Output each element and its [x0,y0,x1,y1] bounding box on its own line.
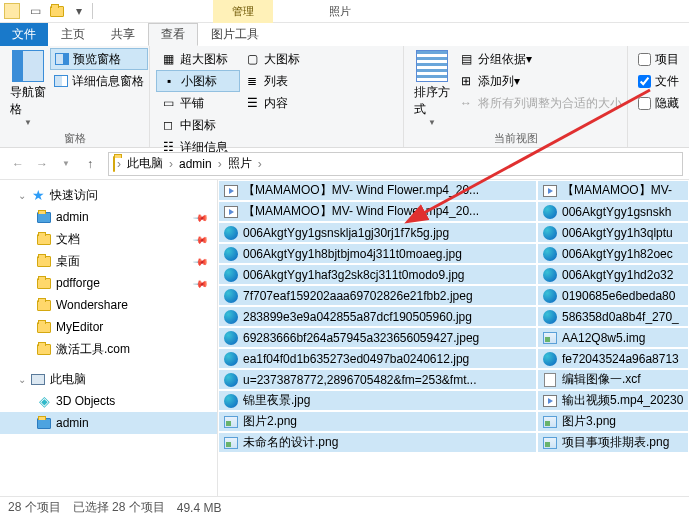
status-item-count: 28 个项目 [8,499,61,516]
file-item[interactable]: 【MAMAMOO】MV- Wind Flower.mp4_20... [218,180,537,201]
layout-tiles[interactable]: ▭平铺 [156,92,240,114]
recent-button[interactable]: ▼ [54,152,78,176]
ribbon-tabs: 文件 主页 共享 查看 图片工具 [0,23,689,46]
crumb-admin[interactable]: admin [175,157,216,171]
file-item[interactable]: 未命名的设计.png [218,432,537,453]
video-icon [542,393,558,409]
layout-list[interactable]: ≣列表 [240,70,320,92]
file-item[interactable]: 【MAMAMOO】MV- Wind Flower.mp4_20... [218,201,537,222]
layout-content[interactable]: ☰内容 [240,92,320,114]
group-by-button[interactable]: ▤分组依据 ▾ [454,48,626,70]
details-pane-button[interactable]: 详细信息窗格 [50,70,148,92]
layout-medium[interactable]: ◻中图标 [156,114,240,136]
tree-quick-access[interactable]: ⌄★快速访问 [0,184,217,206]
preview-pane-button[interactable]: 预览窗格 [50,48,148,70]
tree-wondershare[interactable]: Wondershare [0,294,217,316]
tree-myeditor[interactable]: MyEditor [0,316,217,338]
tree-documents[interactable]: 文档📌 [0,228,217,250]
file-item[interactable]: 锦里夜景.jpg [218,390,537,411]
chevron-right-icon[interactable]: › [256,157,264,171]
file-item[interactable]: fe72043524a96a8713 [537,348,689,369]
extra-large-icon: ▦ [160,51,176,67]
layout-extra-large[interactable]: ▦超大图标 [156,48,240,70]
crumb-photos[interactable]: 照片 [224,155,256,172]
chevron-right-icon[interactable]: › [167,157,175,171]
tab-view[interactable]: 查看 [148,23,198,46]
file-item[interactable]: ea1f04f0d1b635273ed0497ba0240612.jpg [218,348,537,369]
file-item[interactable]: 006AkgtYgy1hd2o32 [537,264,689,285]
pin-icon: 📌 [193,209,209,225]
file-item[interactable]: 编辑图像一.xcf [537,369,689,390]
tree-admin2[interactable]: admin [0,412,217,434]
checkbox-item[interactable]: 项目 [634,48,683,70]
tree-pdfforge[interactable]: pdfforge📌 [0,272,217,294]
fit-col-icon: ↔ [458,95,474,111]
edge-icon [223,246,239,262]
file-item[interactable]: 图片3.png [537,411,689,432]
file-name: 69283666bf264a57945a3236560594​27.jpeg [243,331,479,345]
qat-customize[interactable]: ▾ [68,1,90,21]
back-button[interactable]: ← [6,152,30,176]
file-item[interactable]: 69283666bf264a57945a3236560594​27.jpeg [218,327,537,348]
hidden-checkbox[interactable] [638,97,651,110]
tab-file[interactable]: 文件 [0,23,48,46]
sort-by-button[interactable]: 排序方式 ▼ [410,48,454,131]
file-item[interactable]: 586358d0a8b4f_270_ [537,306,689,327]
file-item[interactable]: 输出视频5.mp4_20230 [537,390,689,411]
file-item[interactable]: 006AkgtYgy1haf3g2sk8cj311t0modo9.jpg [218,264,537,285]
file-item[interactable]: 0190685e6edbeda80 [537,285,689,306]
tab-home[interactable]: 主页 [48,23,98,46]
file-item[interactable]: 7f707eaf159202aaa69702826e21fbb2.jpeg [218,285,537,306]
expand-icon[interactable]: ⌄ [18,374,30,385]
tree-admin[interactable]: admin📌 [0,206,217,228]
file-name: 006AkgtYgy1haf3g2sk8cj311t0modo9.jpg [243,268,465,282]
folder-icon [36,319,52,335]
tree-desktop[interactable]: 桌面📌 [0,250,217,272]
preview-pane-icon [55,53,69,65]
file-item[interactable]: 283899e3e9a042855a87dcf190505960.jpg [218,306,537,327]
up-button[interactable]: ↑ [78,152,102,176]
file-list[interactable]: 【MAMAMOO】MV- Wind Flower.mp4_20...【MAMAM… [218,180,689,496]
tree-this-pc[interactable]: ⌄此电脑 [0,368,217,390]
file-name: 【MAMAMOO】MV- [562,182,672,199]
add-columns-button[interactable]: ⊞添加列 ▾ [454,70,626,92]
file-item[interactable]: 【MAMAMOO】MV- [537,180,689,201]
file-item[interactable]: 项目事项排期表.png [537,432,689,453]
file-name: 006AkgtYgy1gsnskh [562,205,671,219]
file-checkbox[interactable] [638,75,651,88]
chevron-down-icon: ▼ [428,118,436,127]
edge-icon [542,309,558,325]
checkbox-file[interactable]: 文件 [634,70,683,92]
file-item[interactable]: AA12Q8w5.img [537,327,689,348]
forward-button: → [30,152,54,176]
file-item[interactable]: 006AkgtYgy1h8bjtbjmo4j311t0moaeg.jpg [218,243,537,264]
item-checkbox[interactable] [638,53,651,66]
tree-3d-objects[interactable]: ◈3D Objects [0,390,217,412]
context-tab-manage[interactable]: 管理 [213,0,273,23]
file-item[interactable]: 006AkgtYgy1gsnskh [537,201,689,222]
expand-icon[interactable]: ⌄ [18,190,30,201]
folder-icon [36,415,52,431]
file-item[interactable]: 006AkgtYgy1h3qlptu [537,222,689,243]
file-item[interactable]: 图片2.png [218,411,537,432]
nav-pane-button[interactable]: 导航窗格 ▼ [6,48,50,131]
chevron-right-icon[interactable]: › [216,157,224,171]
layout-large[interactable]: ▢大图标 [240,48,320,70]
window-icon [4,3,20,19]
file-item[interactable]: 006AkgtYgy1gsnsklja1gj30rj1f7k5g.jpg [218,222,537,243]
layout-small-icons[interactable]: ▪小图标 [156,70,240,92]
crumb-thispc[interactable]: 此电脑 [123,155,167,172]
qat-new-folder[interactable] [46,1,68,21]
breadcrumb[interactable]: › 此电脑 › admin › 照片 › [108,152,683,176]
checkbox-hidden[interactable]: 隐藏 [634,92,683,114]
chevron-right-icon[interactable]: › [115,157,123,171]
file-item[interactable]: u=2373878772,2896705482&fm=253&fmt... [218,369,537,390]
qat-properties[interactable]: ▭ [24,1,46,21]
file-name: u=2373878772,2896705482&fm=253&fmt... [243,373,477,387]
image-icon [542,330,558,346]
tab-picture-tools[interactable]: 图片工具 [198,23,272,46]
tree-activation[interactable]: 激活工具.com [0,338,217,360]
tab-share[interactable]: 共享 [98,23,148,46]
ribbon: 导航窗格 ▼ 预览窗格 详细信息窗格 窗格 ▦超大图标 ▪小图标 ▭平铺 [0,46,689,148]
file-item[interactable]: 006AkgtYgy1h82oec [537,243,689,264]
